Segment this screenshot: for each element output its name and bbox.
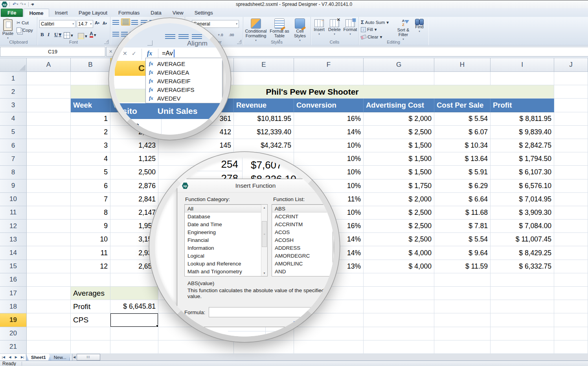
cell-B14[interactable]: 11 [71,246,110,260]
formula-field-input[interactable] [209,307,316,317]
cell-F7[interactable]: 10% [294,152,364,166]
font-color-button[interactable]: A▾ [90,32,96,38]
cell-J9[interactable] [554,179,588,193]
tab-view[interactable]: View [167,9,189,17]
cell-I12[interactable]: $ 7,084.00 [491,220,554,233]
row-header-18[interactable]: 18 [0,300,27,313]
cell-F5[interactable]: 14% [294,126,364,139]
cell-G11[interactable]: $ 2,500 [364,206,434,220]
cell-I8[interactable]: $ 6,107.30 [491,166,554,179]
cell-J21[interactable] [554,340,588,354]
cell-G7[interactable]: $ 1,500 [364,152,434,166]
cell-J11[interactable] [554,206,588,220]
cell-E3[interactable]: Revenue [234,99,294,112]
cell-J16[interactable] [554,273,588,287]
category-item-information[interactable]: Information [185,244,265,252]
insert-cells-button[interactable]: ← Insert▾ [312,19,326,37]
row-header-13[interactable]: 13 [0,233,27,246]
row-header-19[interactable]: 19 [0,313,27,327]
cell-I16[interactable] [491,273,554,287]
cell-H9[interactable]: $ 6.29 [434,179,491,193]
cell-J4[interactable] [554,112,588,126]
autocomplete-item-averageif[interactable]: fxAVERAGEIF [146,77,222,85]
row-header-8[interactable]: 8 [0,166,27,179]
function-item-and[interactable]: AND [272,267,333,275]
horizontal-scrollbar-track[interactable] [100,354,588,361]
cell-I10[interactable]: $ 7,014.95 [491,193,554,206]
category-item-date-and-time[interactable]: Date and Time [185,220,265,228]
cell-E5[interactable]: $12,339.40 [234,126,294,139]
cell-H14[interactable]: $ 9.64 [434,246,491,260]
category-item-logical[interactable]: Logical [185,252,265,260]
cell-B5[interactable]: 2 [71,126,110,139]
cell-A6[interactable] [27,139,71,152]
category-item-all[interactable]: All [185,205,262,212]
cancel-icon[interactable]: ✕ [109,49,112,54]
cell-H8[interactable]: $ 5.91 [434,166,491,179]
cell-G14[interactable]: $ 4,000 [364,246,434,260]
cell-H5[interactable]: $ 6.07 [434,126,491,139]
italic-button[interactable]: I [48,31,50,38]
row-header-7[interactable]: 7 [0,152,27,166]
cell-styles-button[interactable]: Cell Styles▾ [291,18,309,43]
row-header-4[interactable]: 4 [0,112,27,126]
cell-C18[interactable]: $ 6,645.81 [110,300,158,313]
cell-A4[interactable] [27,112,71,126]
function-item-acos[interactable]: ACOS [272,228,333,236]
paste-button[interactable]: Paste▾ [2,19,13,40]
row-header-11[interactable]: 11 [0,206,27,220]
cell-H7[interactable]: $ 13.64 [434,152,491,166]
sheet-tab-new[interactable]: New... [49,354,71,361]
cell-B13[interactable]: 10 [71,233,110,246]
column-header-H[interactable]: H [434,58,491,72]
font-dialog-launcher[interactable]: ◿ [104,40,108,44]
cell-F21[interactable] [294,340,364,354]
cell-G15[interactable]: $ 4,000 [364,260,434,273]
cell-F1[interactable] [294,72,364,85]
cell-C7[interactable]: 1,125 [110,152,158,166]
cell-G8[interactable]: $ 1,500 [364,166,434,179]
cell-E4[interactable]: $10,811.95 [234,112,294,126]
cut-button[interactable]: ✂Cut [17,20,29,26]
autosum-button[interactable]: ΣAuto Sum▾ [361,19,389,25]
cell-I14[interactable]: $ 8,429.25 [491,246,554,260]
cell-C16[interactable] [110,273,158,287]
cell-A2[interactable] [27,85,71,99]
category-item-lookup-and-reference[interactable]: Lookup and Reference [185,260,265,267]
function-item-abs[interactable]: ABS [272,205,333,212]
cell-A12[interactable] [27,220,71,233]
cell-B11[interactable]: 8 [71,206,110,220]
function-item-address[interactable]: ADDRESS [272,244,333,252]
conditional-formatting-button[interactable]: Conditional Formatting▾ [244,18,267,43]
row-header-20[interactable]: 20 [0,327,27,340]
font-size-select[interactable]: 14.7▾ [77,20,93,28]
cell-G19[interactable] [364,313,434,327]
cell-H10[interactable]: $ 6.64 [434,193,491,206]
cell-E1[interactable] [234,72,294,85]
dialog-title-bar[interactable]: sp Insert Function [177,179,334,193]
last-sheet-icon[interactable]: ▶| [21,355,24,359]
cell-I9[interactable]: $ 6,576.10 [491,179,554,193]
cell-J1[interactable] [554,72,588,85]
cell-H20[interactable] [434,327,491,340]
category-item-database[interactable]: Database [185,212,265,220]
underline-button[interactable]: U▾ [54,31,61,38]
cell-C6[interactable]: 1,423 [110,139,158,152]
tab-insert[interactable]: Insert [50,9,73,17]
cell-H18[interactable] [434,300,491,313]
cell-A13[interactable] [27,233,71,246]
cell-J8[interactable] [554,166,588,179]
cell-B19[interactable]: CPS [71,313,110,327]
cell-J14[interactable] [554,246,588,260]
cell-J12[interactable] [554,220,588,233]
prev-sheet-icon[interactable]: ◀ [9,355,11,359]
cell-B9[interactable]: 6 [71,179,110,193]
cell-A21[interactable] [27,340,71,354]
cell-G1[interactable] [364,72,434,85]
row-header-17[interactable]: 17 [0,287,27,300]
cell-F20[interactable] [294,327,364,340]
fill-color-button[interactable]: ▾ [78,33,87,39]
row-header-16[interactable]: 16 [0,273,27,287]
cell-F4[interactable]: 16% [294,112,364,126]
find-button[interactable]: Find▾ [413,19,426,34]
